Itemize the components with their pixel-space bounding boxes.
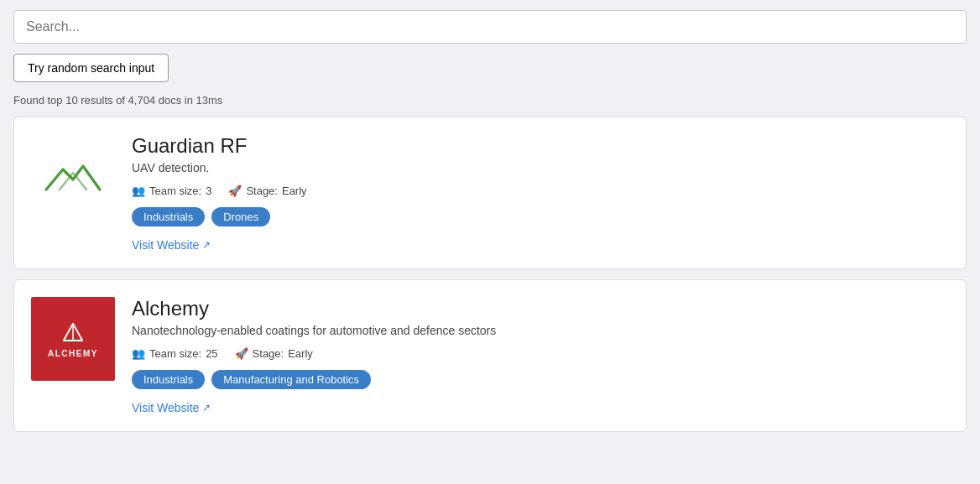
alchemy-logo-svg [60,320,86,346]
result-content-alchemy: Alchemy Nanotechnology-enabled coatings … [132,297,949,414]
tag-drones[interactable]: Drones [211,207,270,226]
result-description: Nanotechnology-enabled coatings for auto… [132,324,949,337]
team-size: 👥 Team size: 25 [132,347,218,360]
result-content-guardian: Guardian RF UAV detection. 👥 Team size: … [132,134,949,252]
external-link-icon: ↗ [202,239,211,251]
team-icon: 👥 [132,185,145,197]
result-card-alchemy: ALCHEMY Alchemy Nanotechnology-enabled c… [13,279,967,432]
visit-website-link[interactable]: Visit Website ↗ [132,238,211,252]
result-description: UAV detection. [132,161,949,174]
results-info: Found top 10 results of 4,704 docs in 13… [13,94,967,107]
result-title: Guardian RF [132,134,949,158]
stage: 🚀 Stage: Early [228,185,306,197]
stage: 🚀 Stage: Early [235,347,313,360]
result-tags: Industrials Manufacturing and Robotics [132,370,949,389]
company-logo-guardian [31,134,115,218]
search-input[interactable]: military defense technology [13,10,967,44]
stage-icon: 🚀 [235,347,248,360]
result-title: Alchemy [132,297,949,320]
company-logo-alchemy: ALCHEMY [31,297,115,381]
tag-industrials[interactable]: Industrials [132,370,205,389]
random-search-button[interactable]: Try random search input [13,54,169,82]
result-meta: 👥 Team size: 3 🚀 Stage: Early [132,185,949,197]
result-card-guardian-rf: Guardian RF UAV detection. 👥 Team size: … [13,117,967,269]
external-link-icon: ↗ [202,402,211,414]
visit-website-link[interactable]: Visit Website ↗ [132,401,211,414]
tag-industrials[interactable]: Industrials [132,207,205,226]
tag-manufacturing-robotics[interactable]: Manufacturing and Robotics [211,370,371,389]
result-tags: Industrials Drones [132,207,949,226]
result-meta: 👥 Team size: 25 🚀 Stage: Early [132,347,949,360]
stage-icon: 🚀 [228,185,242,197]
alchemy-logo-text: ALCHEMY [48,349,98,358]
team-size: 👥 Team size: 3 [132,185,211,197]
team-icon: 👥 [132,347,145,360]
